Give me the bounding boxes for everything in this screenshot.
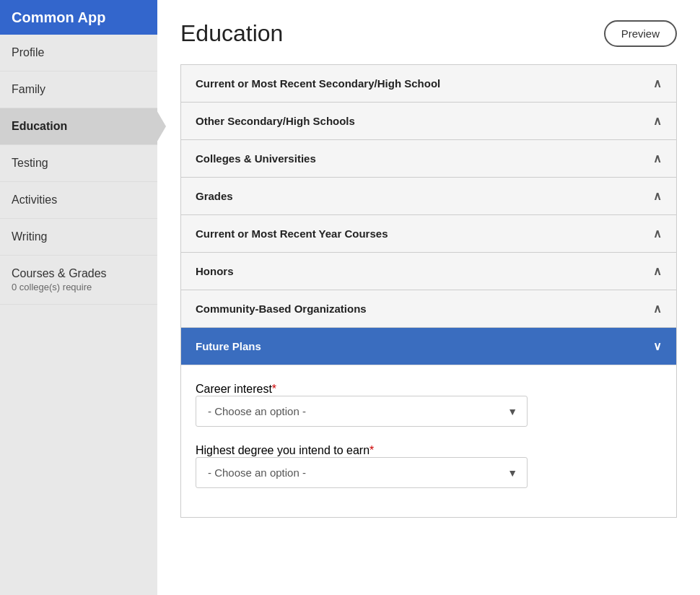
accordion-container: Current or Most Recent Secondary/High Sc… (180, 64, 677, 518)
accordion-label: Future Plans (196, 340, 261, 352)
page-title: Education (180, 20, 283, 47)
accordion-section-community-orgs: Community-Based Organizations∧ (180, 290, 677, 328)
accordion-label: Colleges & Universities (196, 152, 316, 165)
sidebar: Common App ProfileFamilyEducationTesting… (0, 0, 157, 595)
chevron-up-icon: ∧ (653, 302, 662, 316)
sidebar-item-sub: 0 college(s) require (12, 282, 146, 292)
accordion-header-other-schools[interactable]: Other Secondary/High Schools∧ (181, 103, 676, 139)
sidebar-item-education[interactable]: Education (0, 108, 157, 145)
sidebar-item-label: Activities (12, 194, 57, 206)
sidebar-item-label: Education (12, 120, 67, 132)
sidebar-item-label: Writing (12, 230, 48, 243)
accordion-label: Other Secondary/High Schools (196, 115, 355, 127)
main-content: Education Preview Current or Most Recent… (157, 0, 700, 595)
sidebar-item-label: Courses & Grades (12, 267, 107, 279)
accordion-header-colleges[interactable]: Colleges & Universities∧ (181, 140, 676, 177)
career-interest-group: Career interest*- Choose an option -▼ (196, 383, 662, 427)
preview-button[interactable]: Preview (604, 20, 677, 47)
page-header: Education Preview (180, 20, 677, 47)
sidebar-item-family[interactable]: Family (0, 71, 157, 108)
accordion-header-community-orgs[interactable]: Community-Based Organizations∧ (181, 290, 676, 327)
career-interest-select-wrapper: - Choose an option -▼ (196, 396, 528, 427)
accordion-section-recent-courses: Current or Most Recent Year Courses∧ (180, 214, 677, 253)
sidebar-item-writing[interactable]: Writing (0, 219, 157, 256)
accordion-body-future-plans: Career interest*- Choose an option -▼Hig… (181, 365, 676, 517)
accordion-section-grades: Grades∧ (180, 177, 677, 215)
accordion-label: Grades (196, 190, 233, 202)
chevron-up-icon: ∧ (653, 189, 662, 203)
required-star: * (272, 383, 276, 395)
accordion-label: Community-Based Organizations (196, 303, 367, 315)
sidebar-item-activities[interactable]: Activities (0, 182, 157, 219)
app-name: Common App (12, 9, 105, 26)
accordion-section-honors: Honors∧ (180, 252, 677, 290)
accordion-label: Current or Most Recent Year Courses (196, 227, 388, 240)
sidebar-item-label: Profile (12, 46, 44, 58)
accordion-label: Current or Most Recent Secondary/High Sc… (196, 77, 440, 90)
career-interest-select[interactable]: - Choose an option - (196, 396, 528, 427)
accordion-section-other-schools: Other Secondary/High Schools∧ (180, 102, 677, 140)
chevron-up-icon: ∧ (653, 152, 662, 165)
degree-label: Highest degree you intend to earn* (196, 444, 374, 456)
sidebar-item-testing[interactable]: Testing (0, 145, 157, 182)
sidebar-item-label: Family (12, 83, 45, 95)
chevron-down-icon: ∨ (653, 339, 662, 353)
career-interest-label: Career interest* (196, 383, 276, 395)
degree-group: Highest degree you intend to earn*- Choo… (196, 444, 662, 488)
sidebar-nav: ProfileFamilyEducationTestingActivitiesW… (0, 35, 157, 305)
accordion-header-honors[interactable]: Honors∧ (181, 253, 676, 290)
app-logo: Common App (0, 0, 157, 35)
sidebar-item-label: Testing (12, 157, 48, 169)
accordion-label: Honors (196, 265, 234, 277)
chevron-up-icon: ∧ (653, 114, 662, 128)
chevron-up-icon: ∧ (653, 77, 662, 90)
accordion-header-grades[interactable]: Grades∧ (181, 178, 676, 214)
accordion-header-recent-courses[interactable]: Current or Most Recent Year Courses∧ (181, 215, 676, 252)
accordion-header-future-plans[interactable]: Future Plans∨ (181, 328, 676, 365)
sidebar-item-profile[interactable]: Profile (0, 35, 157, 71)
chevron-up-icon: ∧ (653, 264, 662, 278)
required-star: * (369, 444, 374, 456)
accordion-section-colleges: Colleges & Universities∧ (180, 139, 677, 178)
sidebar-item-courses-grades[interactable]: Courses & Grades0 college(s) require (0, 256, 157, 305)
degree-select[interactable]: - Choose an option - (196, 457, 528, 488)
accordion-section-current-school: Current or Most Recent Secondary/High Sc… (180, 64, 677, 103)
degree-select-wrapper: - Choose an option -▼ (196, 457, 528, 488)
chevron-up-icon: ∧ (653, 227, 662, 240)
accordion-header-current-school[interactable]: Current or Most Recent Secondary/High Sc… (181, 65, 676, 102)
accordion-section-future-plans: Future Plans∨Career interest*- Choose an… (180, 327, 677, 518)
